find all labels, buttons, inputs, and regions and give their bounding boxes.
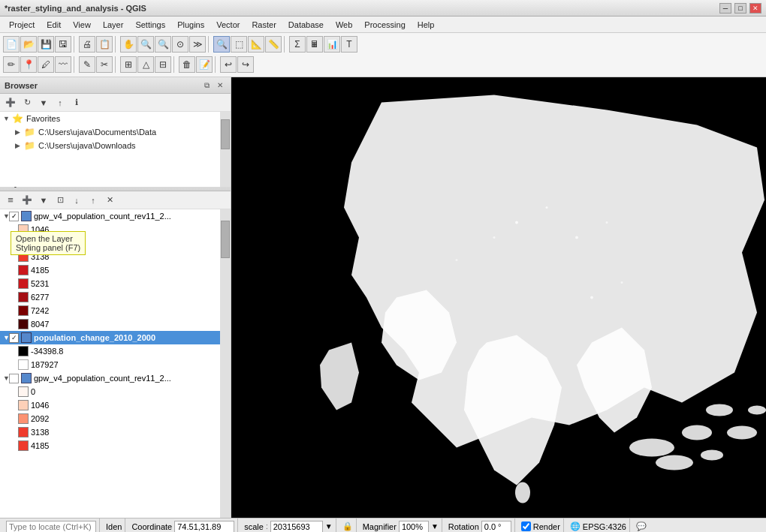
legend-item-2-1: -34398.8: [0, 344, 231, 358]
attr-table-button[interactable]: Σ: [289, 36, 306, 53]
sep1: [74, 36, 77, 53]
attr-button[interactable]: 📝: [196, 56, 213, 73]
layers-add-button[interactable]: ➕: [20, 193, 35, 208]
measure-button[interactable]: 📐: [248, 36, 264, 53]
digitize3-button[interactable]: 🖊: [38, 56, 54, 73]
layer-checkbox-1[interactable]: ✓: [9, 212, 19, 221]
scale-input[interactable]: [270, 521, 323, 533]
zoom-more-button[interactable]: ≫: [189, 36, 206, 53]
snap1-button[interactable]: ⊞: [120, 56, 137, 73]
menu-layer[interactable]: Layer: [97, 19, 130, 31]
select-button[interactable]: ⬚: [231, 36, 247, 53]
tree-favorites[interactable]: ▼ ⭐ Favorites: [0, 112, 231, 125]
delete-button[interactable]: 🗑: [179, 56, 195, 73]
new-file-button[interactable]: 📄: [3, 36, 20, 53]
menu-settings[interactable]: Settings: [129, 19, 171, 31]
layer-group-item-2[interactable]: ▼ ✓ population_change_2010_2000: [0, 331, 231, 344]
calc-button[interactable]: 🖩: [306, 36, 323, 53]
digitize1-button[interactable]: ✏: [3, 56, 20, 73]
edit1-button[interactable]: ✎: [79, 56, 95, 73]
menu-web[interactable]: Web: [330, 19, 358, 31]
print2-button[interactable]: 📋: [96, 36, 113, 53]
magnifier-dropdown-icon[interactable]: ▼: [431, 522, 439, 530]
measure2-button[interactable]: 📏: [265, 36, 282, 53]
maximize-button[interactable]: □: [734, 3, 746, 14]
digitize2-button[interactable]: 📍: [20, 56, 37, 73]
data-label: C:\Users\ujava\Documents\Data: [38, 128, 156, 137]
status-lock-item[interactable]: 🔒: [339, 518, 357, 532]
layers-remove-button[interactable]: ✕: [102, 193, 117, 208]
minimize-button[interactable]: ─: [719, 3, 731, 14]
scale-dropdown-icon[interactable]: ▼: [325, 522, 333, 530]
text-button[interactable]: T: [341, 36, 357, 53]
save-button[interactable]: 💾: [38, 36, 54, 53]
browser-float-button[interactable]: ⧉: [201, 80, 213, 92]
browser-collapse-button[interactable]: ↑: [53, 95, 68, 110]
menu-vector[interactable]: Vector: [210, 19, 246, 31]
status-iden-item: Iden: [103, 518, 125, 532]
browser-scrollbar-thumb[interactable]: [221, 119, 230, 149]
identify-button[interactable]: 🔍: [213, 36, 230, 53]
layer-group-item-3[interactable]: ▼ gpw_v4_population_count_rev11_2...: [0, 371, 231, 385]
close-button[interactable]: ✕: [749, 3, 761, 14]
menu-database[interactable]: Database: [282, 19, 330, 31]
sep8: [215, 56, 218, 73]
status-epsg-item[interactable]: 🌐 EPSG:4326: [567, 518, 630, 532]
zoom-in-button[interactable]: 🔍: [137, 36, 154, 53]
menu-processing[interactable]: Processing: [358, 19, 411, 31]
menu-project[interactable]: Project: [3, 19, 41, 31]
layers-filter2-button[interactable]: ⊡: [53, 193, 68, 208]
stats-button[interactable]: 📊: [324, 36, 340, 53]
open-button[interactable]: 📂: [20, 36, 37, 53]
legend-item-1-5: 5231: [0, 277, 231, 290]
browser-filter-button[interactable]: ▼: [36, 95, 51, 110]
save-as-button[interactable]: 🖫: [55, 36, 71, 53]
menu-edit[interactable]: Edit: [41, 19, 67, 31]
map-area[interactable]: [231, 77, 766, 518]
menu-raster[interactable]: Raster: [246, 19, 282, 31]
legend-color-1-2: [18, 238, 29, 248]
layers-scrollbar-thumb[interactable]: [221, 221, 230, 258]
layers-filter-button[interactable]: ▼: [36, 193, 51, 208]
tree-item-data[interactable]: ▶ 📁 C:\Users\ujava\Documents\Data: [0, 125, 231, 139]
globe-icon: 🌐: [570, 521, 581, 531]
legend-value-3-1: 1046: [31, 401, 49, 410]
layer-checkbox-2[interactable]: ✓: [9, 333, 19, 343]
rotation-input[interactable]: [481, 521, 511, 533]
digitize4-button[interactable]: 〰: [55, 56, 71, 73]
layers-up-button[interactable]: ↑: [86, 193, 101, 208]
sep6: [115, 56, 118, 73]
layers-open-button[interactable]: ≡: [3, 193, 18, 208]
pan-button[interactable]: ✋: [120, 36, 137, 53]
browser-scrollbar[interactable]: [220, 112, 231, 187]
sep2: [115, 36, 118, 53]
redo-button[interactable]: ↪: [237, 56, 254, 73]
coordinate-input[interactable]: [174, 521, 234, 533]
print-button[interactable]: 🖨: [79, 36, 95, 53]
folder-icon-2: 📁: [24, 140, 36, 151]
render-checkbox[interactable]: [521, 521, 531, 531]
favorites-label: Favorites: [26, 114, 60, 123]
browser-info-button[interactable]: ℹ: [69, 95, 84, 110]
zoom-out-button[interactable]: 🔍: [155, 36, 171, 53]
snap3-button[interactable]: ⊟: [155, 56, 171, 73]
sep4: [284, 36, 287, 53]
snap2-button[interactable]: △: [137, 56, 154, 73]
zoom-full-button[interactable]: ⊙: [172, 36, 188, 53]
browser-add-button[interactable]: ➕: [3, 95, 18, 110]
layer-group-item-1[interactable]: ▼ ✓ gpw_v4_population_count_rev11_2...: [0, 209, 231, 223]
layers-scrollbar[interactable]: [220, 209, 231, 518]
status-messages-item[interactable]: 💬: [633, 518, 650, 532]
layers-down-button[interactable]: ↓: [69, 193, 84, 208]
menu-view[interactable]: View: [67, 19, 97, 31]
undo-button[interactable]: ↩: [220, 56, 237, 73]
layer-checkbox-3[interactable]: [9, 374, 19, 383]
browser-refresh-button[interactable]: ↻: [20, 95, 35, 110]
menu-help[interactable]: Help: [412, 19, 441, 31]
tree-item-downloads[interactable]: ▶ 📁 C:\Users\ujava\Downloads: [0, 139, 231, 152]
menu-plugins[interactable]: Plugins: [171, 19, 210, 31]
search-input[interactable]: [6, 521, 96, 533]
magnifier-input[interactable]: [399, 521, 429, 533]
browser-close-button[interactable]: ✕: [214, 80, 226, 92]
edit2-button[interactable]: ✂: [96, 56, 113, 73]
